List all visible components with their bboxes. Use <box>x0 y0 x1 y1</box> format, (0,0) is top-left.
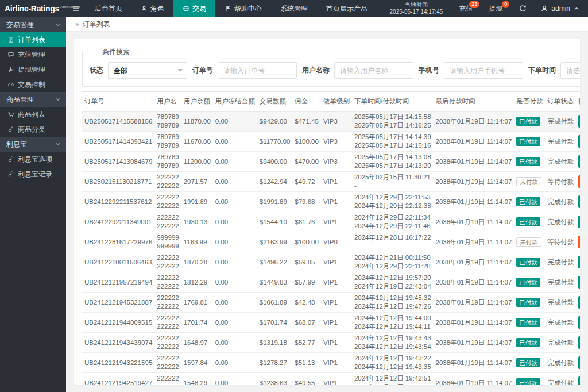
last-pay-time: 2038年01月19日 11:14:07 <box>436 299 512 306</box>
order-time: 2025年05月17日 14:14:39 <box>354 133 431 141</box>
vip-level: VIP1 <box>323 339 338 346</box>
sidebar-item-1-4[interactable]: 交易控制 <box>0 77 66 92</box>
cell-commission: $61.76 <box>292 212 321 232</box>
sidebar-group-2[interactable]: 商品管理 <box>0 92 66 107</box>
sidebar-group-3[interactable]: 利息宝 <box>0 137 66 152</box>
order-no: UB2412210011506463 <box>84 259 152 266</box>
cell-frozen: 0.00 <box>213 132 257 152</box>
search-field-input[interactable] <box>218 62 297 79</box>
frozen-amount: 0.00 <box>215 138 228 145</box>
cell-last-pay-time: 2038年01月19日 11:14:07 <box>434 252 514 272</box>
frozen-amount: 0.00 <box>215 259 228 266</box>
action-button-teal[interactable]: 资金流水 <box>578 195 580 208</box>
topbar-nav: 后台首页角色交易帮助中心系统管理首页展示产品 <box>86 0 377 17</box>
nav-item-4[interactable]: 帮助中心 <box>215 0 271 17</box>
vip-level: VIP1 <box>323 259 338 266</box>
cell-order-no: UB2412121945321887 <box>82 293 154 313</box>
sidebar-item-label: 提现管理 <box>18 65 45 75</box>
sidebar-toggle-button[interactable] <box>66 0 86 17</box>
order-no: UB2505171414393421 <box>84 138 152 145</box>
commission: $100.00 <box>295 138 319 145</box>
sidebar-item-3-1[interactable]: 利息宝选项 <box>0 152 66 167</box>
cell-frozen: 0.00 <box>213 272 257 293</box>
action-button-teal[interactable]: 资金流水 <box>578 155 580 168</box>
nav-item-2[interactable]: 角色 <box>131 0 173 17</box>
withdraw-count-badge: 0 <box>502 1 509 8</box>
withdraw-button[interactable]: 提现 0 <box>481 0 510 17</box>
action-button-teal[interactable]: 资金流水 <box>578 296 580 309</box>
action-button-teal[interactable]: 资金流水 <box>578 376 580 385</box>
last-pay-time: 2038年01月19日 11:14:07 <box>436 218 512 225</box>
sidebar-item-2-2[interactable]: 商品分类 <box>0 122 66 137</box>
sidebar-item-2-1[interactable]: 商品列表 <box>0 107 66 122</box>
action-button-teal[interactable]: 资金流水 <box>578 216 580 228</box>
cell-status: 完成付款 <box>545 272 576 293</box>
cell-status: 完成付款 <box>545 132 576 152</box>
search-field-input[interactable] <box>334 62 413 79</box>
username-line1: 999999 <box>157 233 179 242</box>
username-line2: 222222 <box>157 383 179 385</box>
order-status: 完成付款 <box>547 279 574 286</box>
balance: 1930.13 <box>184 218 208 225</box>
action-button-teal[interactable]: 资金流水 <box>578 276 580 289</box>
balance: 2071.57 <box>184 178 208 185</box>
order-no: UB2412121943439074 <box>84 339 152 346</box>
refresh-button[interactable] <box>510 0 535 17</box>
cell-amount: $1061.89 <box>257 293 293 313</box>
trade-amount: $1496.22 <box>260 259 287 266</box>
paid-status-badge: 已付款 <box>516 318 540 328</box>
cell-commission: $100.00 <box>292 132 321 152</box>
wrench-icon <box>7 66 14 73</box>
nav-item-label: 交易 <box>192 4 206 14</box>
status-select[interactable]: 全部 <box>108 62 187 79</box>
order-status: 完成付款 <box>547 359 574 366</box>
username-line1: 789789 <box>157 113 179 121</box>
sidebar-item-1-3[interactable]: 提现管理 <box>0 62 66 77</box>
column-header-4: 用户冻结金额 <box>213 92 257 112</box>
action-button-teal[interactable]: 资金流水 <box>578 256 580 268</box>
user-menu[interactable]: admin <box>535 0 588 17</box>
cell-last-pay-time: 2038年01月19日 11:14:07 <box>434 272 514 293</box>
balance: 1648.97 <box>184 339 208 346</box>
cell-last-pay-time: 2038年01月19日 11:14:07 <box>434 132 514 152</box>
cell-amount: $1319.18 <box>257 333 293 353</box>
cell-frozen: 0.00 <box>213 293 257 313</box>
sidebar-group-title: 交易管理 <box>6 20 34 30</box>
cell-actions: 资金流水 <box>576 112 580 132</box>
cell-balance: 1597.84 <box>181 353 213 373</box>
action-button-teal[interactable]: 资金流水 <box>578 135 580 148</box>
cell-level: VIP1 <box>321 353 352 373</box>
last-pay-time: 2038年01月19日 11:14:07 <box>436 379 512 385</box>
action-button-teal[interactable]: 资金流水 <box>578 336 580 349</box>
sidebar-item-1-2[interactable]: 充值管理 <box>0 47 66 62</box>
action-button-red[interactable]: 冻结 <box>578 236 580 248</box>
nav-item-5[interactable]: 系统管理 <box>271 0 317 17</box>
sidebar-item-1-1[interactable]: 订单列表 <box>0 32 66 47</box>
orders-table-body: UB250517141558815678978978978911870.000.… <box>82 112 580 385</box>
search-field-input[interactable] <box>560 62 580 79</box>
user-icon <box>141 5 148 12</box>
balance: 1812.29 <box>184 279 208 286</box>
nav-item-1[interactable]: 后台首页 <box>86 0 131 17</box>
order-status: 完成付款 <box>547 299 574 306</box>
pay-time: 2024年12月29日 22:11:28 <box>354 262 431 271</box>
cell-username: 222222222222 <box>154 252 181 272</box>
recharge-button[interactable]: 充值 23 <box>451 0 481 17</box>
action-button-teal[interactable]: 资金流水 <box>578 356 580 369</box>
cell-amount: $1242.94 <box>257 172 293 192</box>
sidebar-item-3-2[interactable]: 利息宝记录 <box>0 167 66 182</box>
order-status: 完成付款 <box>547 218 574 225</box>
vip-level: VIP1 <box>323 218 338 225</box>
sidebar-group-1[interactable]: 交易管理 <box>0 17 66 32</box>
action-button-teal[interactable]: 资金流水 <box>578 115 580 128</box>
sidebar: 交易管理订单列表充值管理提现管理交易控制商品管理商品列表商品分类利息宝利息宝选项… <box>0 17 66 392</box>
cell-frozen: 0.00 <box>213 252 257 272</box>
action-button-red[interactable]: 冻结 <box>578 175 580 188</box>
cell-actions: 资金流水 <box>576 152 580 172</box>
search-field-input[interactable] <box>444 62 523 79</box>
nav-item-6[interactable]: 首页展示产品 <box>317 0 377 17</box>
topbar-right: 当地时间 2025-05-17 14:17:45 充值 23 提现 0 admi… <box>381 0 588 17</box>
action-button-teal[interactable]: 资金流水 <box>578 316 580 329</box>
frozen-amount: 0.00 <box>215 239 228 245</box>
nav-item-3[interactable]: 交易 <box>173 0 215 17</box>
